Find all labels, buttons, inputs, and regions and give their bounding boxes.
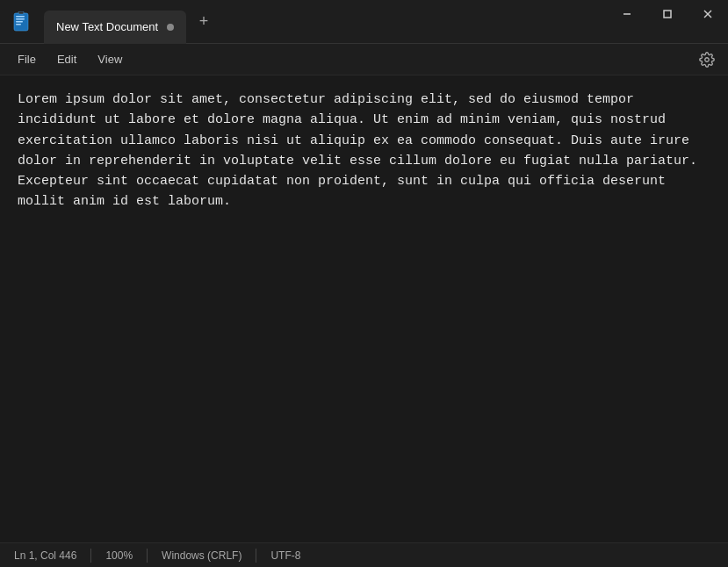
settings-button[interactable]: [693, 46, 721, 74]
maximize-button[interactable]: [647, 0, 688, 28]
svg-rect-2: [16, 18, 25, 20]
cursor-position: Ln 1, Col 446: [14, 549, 90, 562]
svg-point-10: [705, 57, 710, 61]
app-icon-area: [0, 0, 44, 44]
document-tab[interactable]: New Text Document: [44, 11, 186, 44]
window-controls: [607, 0, 728, 43]
settings-icon: [699, 52, 715, 68]
svg-rect-4: [16, 24, 21, 25]
close-icon: [703, 9, 713, 19]
menu-file[interactable]: File: [7, 49, 47, 69]
editor-content[interactable]: Lorem ipsum dolor sit amet, consectetur …: [18, 90, 710, 528]
svg-rect-3: [16, 21, 23, 23]
menu-bar: File Edit View: [0, 44, 728, 75]
minimize-icon: [622, 9, 632, 19]
editor-area[interactable]: Lorem ipsum dolor sit amet, consectetur …: [0, 75, 728, 542]
menu-view[interactable]: View: [87, 49, 133, 69]
unsaved-dot: [167, 24, 174, 31]
tab-title: New Text Document: [56, 20, 158, 33]
maximize-icon: [662, 9, 673, 19]
menu-bar-right: [693, 46, 721, 74]
line-ending: Windows (CRLF): [148, 549, 256, 562]
encoding: UTF-8: [256, 549, 314, 562]
title-bar: New Text Document +: [0, 0, 728, 44]
minimize-button[interactable]: [607, 0, 647, 28]
svg-rect-1: [16, 16, 25, 18]
menu-edit[interactable]: Edit: [47, 49, 87, 69]
status-bar: Ln 1, Col 446 100% Windows (CRLF) UTF-8: [0, 542, 728, 567]
svg-rect-7: [664, 11, 671, 18]
title-bar-left: New Text Document +: [0, 0, 607, 44]
close-button[interactable]: [688, 0, 728, 28]
new-tab-button[interactable]: +: [190, 8, 218, 36]
svg-rect-5: [18, 11, 24, 14]
zoom-level: 100%: [91, 549, 147, 562]
notepad-icon: [11, 11, 32, 32]
